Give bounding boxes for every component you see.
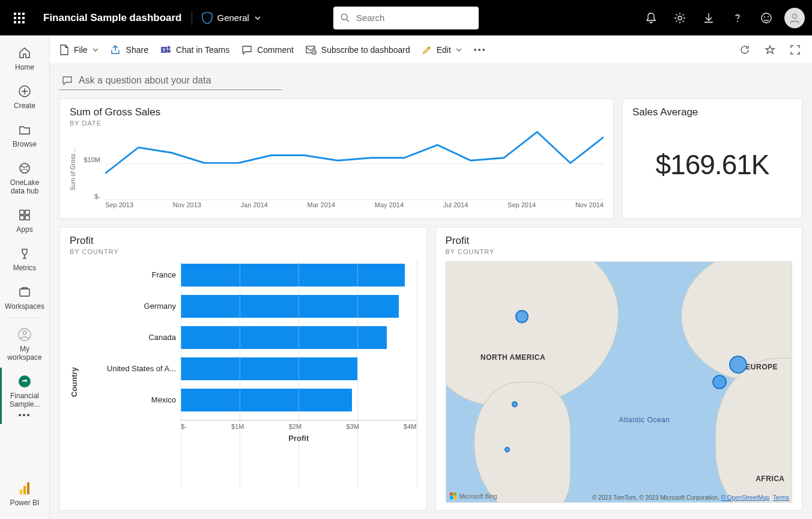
- svg-point-33: [167, 46, 170, 49]
- tile-profit-bar[interactable]: Profit BY COUNTRY Country FranceGermanyC…: [59, 227, 427, 511]
- settings-icon[interactable]: [667, 5, 693, 31]
- svg-rect-21: [20, 216, 24, 220]
- more-icon[interactable]: •••: [19, 411, 31, 419]
- onelake-icon: [17, 160, 32, 176]
- sidebar-label: FinancialSample...: [10, 392, 40, 408]
- bar-plot: $-$1M$2M$3M$4MProfit: [181, 261, 417, 503]
- workspaces-icon: [17, 284, 32, 300]
- tile-title: Profit: [70, 235, 417, 247]
- line-plot: $10M $- Sep 2013Nov 2013Jan 2014Mar 2014…: [76, 127, 604, 211]
- notifications-icon[interactable]: [638, 5, 664, 31]
- sidebar-item-create[interactable]: Create: [0, 77, 50, 115]
- chat-label: Chat in Teams: [176, 45, 229, 55]
- fullscreen-icon[interactable]: [788, 43, 802, 57]
- dashboard-icon: [17, 374, 32, 389]
- svg-line-10: [347, 19, 349, 22]
- svg-rect-22: [25, 216, 29, 220]
- tile-title: Profit: [446, 235, 793, 247]
- share-button[interactable]: Share: [111, 45, 148, 55]
- svg-point-11: [678, 16, 682, 20]
- apps-icon: [17, 207, 32, 223]
- tile-gross-sales[interactable]: Sum of Gross Sales BY DATE Sum of Gross …: [59, 99, 614, 219]
- tile-sales-average[interactable]: Sales Average $169.61K: [622, 99, 802, 219]
- sidebar-item-browse[interactable]: Browse: [0, 116, 50, 153]
- svg-rect-6: [14, 21, 16, 23]
- sensitivity-dropdown[interactable]: General: [202, 12, 261, 24]
- svg-rect-2: [22, 13, 25, 15]
- subscribe-button[interactable]: Subscribe to dashboard: [306, 45, 410, 55]
- chat-icon: [62, 76, 73, 85]
- search-icon: [341, 13, 350, 23]
- svg-rect-29: [23, 486, 26, 494]
- comment-icon: [241, 45, 252, 55]
- help-icon[interactable]: [724, 5, 751, 31]
- tile-profit-map[interactable]: Profit BY COUNTRY NORTH AMERICA EUROPE A…: [435, 227, 803, 511]
- map-canvas[interactable]: NORTH AMERICA EUROPE AFRICA Atlantic Oce…: [446, 261, 793, 503]
- sidebar-item-home[interactable]: Home: [0, 39, 50, 76]
- svg-rect-0: [14, 13, 16, 15]
- sidebar-label: Myworkspace: [7, 345, 41, 362]
- favorite-icon[interactable]: [763, 43, 777, 57]
- sidebar-label: Browse: [13, 140, 37, 148]
- shield-icon: [202, 12, 213, 24]
- osm-link[interactable]: © OpenStreetMap: [721, 494, 770, 501]
- refresh-icon[interactable]: [738, 43, 752, 57]
- sidebar-item-financial-sample[interactable]: FinancialSample... •••: [0, 368, 50, 424]
- app-launcher-icon[interactable]: [7, 6, 31, 30]
- download-icon[interactable]: [695, 5, 722, 31]
- more-menu[interactable]: •••: [474, 45, 486, 55]
- search-input[interactable]: [356, 13, 471, 23]
- svg-rect-40: [453, 496, 456, 499]
- svg-rect-30: [27, 482, 29, 494]
- teams-icon: T: [160, 44, 171, 55]
- svg-rect-3: [14, 17, 16, 19]
- sidebar-label: Home: [15, 63, 34, 71]
- sidebar-item-powerbi[interactable]: Power BI: [0, 475, 50, 512]
- home-icon: [17, 45, 32, 61]
- svg-point-12: [737, 20, 738, 22]
- metrics-icon: [17, 246, 32, 261]
- sidebar: Home Create Browse OneLakedata hub Apps …: [0, 35, 50, 519]
- sidebar-item-workspaces[interactable]: Workspaces: [0, 278, 50, 315]
- file-icon: [59, 44, 69, 55]
- feedback-icon[interactable]: [753, 5, 780, 31]
- header-right: [638, 5, 805, 31]
- map-bing-logo: Microsoft Bing: [450, 493, 497, 500]
- sidebar-item-apps[interactable]: Apps: [0, 201, 50, 238]
- account-avatar[interactable]: [784, 8, 805, 28]
- svg-rect-4: [18, 17, 20, 19]
- map-bubble-usa[interactable]: [512, 401, 518, 407]
- search-box[interactable]: [333, 7, 479, 29]
- y-ticks: $10M $-: [76, 127, 103, 200]
- edit-menu[interactable]: Edit: [422, 45, 462, 55]
- sidebar-item-my-workspace[interactable]: Myworkspace: [0, 321, 50, 366]
- file-menu[interactable]: File: [59, 44, 98, 55]
- svg-rect-39: [450, 496, 453, 499]
- svg-text:T: T: [162, 47, 165, 53]
- sidebar-label: OneLakedata hub: [10, 178, 40, 195]
- svg-rect-34: [167, 49, 171, 53]
- qna-input[interactable]: Ask a question about your data: [59, 71, 282, 90]
- chevron-down-icon: [254, 14, 261, 22]
- svg-point-25: [23, 331, 26, 335]
- map-bubble-france[interactable]: [712, 375, 727, 389]
- create-icon: [17, 83, 32, 99]
- sidebar-item-onelake[interactable]: OneLakedata hub: [0, 154, 50, 200]
- subscribe-label: Subscribe to dashboard: [321, 45, 410, 55]
- svg-rect-1: [18, 13, 20, 15]
- map-bubble-canada[interactable]: [515, 310, 529, 323]
- chat-teams-button[interactable]: T Chat in Teams: [160, 44, 229, 55]
- my-workspace-icon: [17, 327, 32, 342]
- map-attribution: © 2023 TomTom, © 2023 Microsoft Corporat…: [592, 494, 789, 501]
- svg-rect-19: [20, 210, 24, 214]
- sidebar-item-metrics[interactable]: Metrics: [0, 240, 50, 277]
- tile-subtitle: BY COUNTRY: [70, 248, 417, 255]
- y-axis-label: Country: [70, 261, 79, 503]
- content-area: File Share T Chat in Teams Comment Subsc…: [50, 35, 812, 519]
- comment-button[interactable]: Comment: [241, 45, 294, 55]
- share-icon: [111, 45, 121, 55]
- powerbi-icon: [17, 481, 32, 496]
- dashboard-grid: Sum of Gross Sales BY DATE Sum of Gross …: [50, 90, 812, 519]
- toolbelt: File Share T Chat in Teams Comment Subsc…: [50, 35, 812, 64]
- terms-link[interactable]: Terms: [773, 494, 789, 501]
